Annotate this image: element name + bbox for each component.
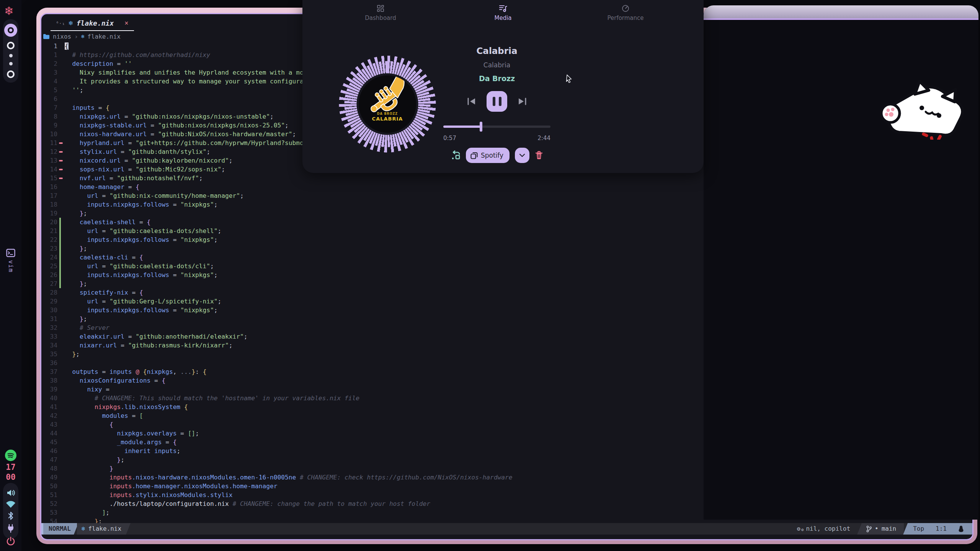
spotify-tray-icon[interactable] <box>5 450 16 461</box>
bongo-cat <box>877 77 967 140</box>
background-window-titlebar <box>704 5 978 20</box>
player-controls: Calabria Calabria Da Brozz 0:57 2:44 <box>443 46 550 163</box>
git-branch-segment[interactable]: • main <box>857 523 904 535</box>
track-album: Calabria <box>443 61 550 69</box>
progress-fill <box>443 126 481 128</box>
statusbar-spacer <box>131 523 790 535</box>
vim-mode-badge: NORMAL <box>43 523 78 535</box>
lsp-status: ⚙⚙ nil, copilot <box>790 523 857 535</box>
wifi-icon[interactable] <box>6 500 16 508</box>
breadcrumb-file[interactable]: flake.nix <box>87 33 121 40</box>
lsp-servers: nil, copilot <box>806 523 850 535</box>
next-track-icon[interactable] <box>517 97 527 106</box>
penguin-icon <box>958 525 964 532</box>
dashboard-icon <box>377 5 384 12</box>
album-art: DA BROZZ CALABRIA <box>359 75 416 133</box>
tab-close-icon[interactable]: × <box>124 19 128 27</box>
total-time: 2:44 <box>537 135 550 142</box>
branch-dot: • <box>875 523 879 535</box>
status-bar: NORMAL ❄ flake.nix ⚙⚙ nil, copilot • mai… <box>41 523 972 535</box>
nixos-logo-icon[interactable]: ❄ <box>4 5 14 18</box>
cursor-position: 1:1 <box>936 523 947 535</box>
media-icon <box>499 5 507 12</box>
window-title-vertical: vim <box>7 260 14 273</box>
queue-icon[interactable] <box>451 150 461 160</box>
spotify-button-label: Spotify <box>481 152 503 159</box>
statusbar-accent <box>41 523 43 535</box>
breadcrumb: nixos › ❄ flake.nix <box>43 32 121 41</box>
terminal-icon <box>6 249 15 257</box>
workspace-pill[interactable] <box>3 19 18 83</box>
plug-icon[interactable] <box>7 524 15 533</box>
previous-track-icon[interactable] <box>467 97 477 106</box>
tab-media[interactable]: Media <box>442 5 564 21</box>
open-app-icon <box>470 152 478 159</box>
open-in-spotify-button[interactable]: Spotify <box>466 148 510 163</box>
clock-hours: 17 <box>0 462 21 472</box>
progress-handle[interactable] <box>480 122 482 132</box>
tab-flake-nix[interactable]: ⁶·₁ ❄ flake.nix × <box>51 16 134 31</box>
breadcrumb-separator: › <box>74 33 78 40</box>
chevron-down-icon <box>519 153 525 157</box>
panel-tabs: Dashboard Media Performance <box>302 5 704 21</box>
audio-visualizer: DA BROZZ CALABRIA <box>337 54 438 155</box>
album-art-artist: DA BROZZ <box>359 112 416 116</box>
nix-file-icon: ❄ <box>69 19 72 27</box>
breadcrumb-folder[interactable]: nixos <box>53 33 71 40</box>
nix-file-icon-status: ❄ <box>82 523 85 535</box>
git-branch-icon <box>866 526 872 532</box>
media-panel: Dashboard Media Performance <box>302 0 704 173</box>
trash-icon[interactable] <box>535 151 543 160</box>
clock-minutes: 00 <box>0 472 21 482</box>
track-artist: Da Brozz <box>443 74 550 83</box>
clock: 17 00 <box>0 462 21 482</box>
trumpet-icon <box>364 76 410 114</box>
tab-indicator: ⁶·₁ <box>56 20 65 26</box>
tab-filename: flake.nix <box>77 19 114 27</box>
gear-icon-small: ⚙ <box>801 524 804 536</box>
statusbar-file[interactable]: ❄ flake.nix <box>77 523 131 535</box>
folder-icon <box>43 34 50 39</box>
progress-bar[interactable] <box>443 122 550 132</box>
volume-icon[interactable] <box>6 489 15 497</box>
desktop: ❄ vim 17 00 ⁶·₁ ❄ flake.n <box>0 0 980 551</box>
tab-performance[interactable]: Performance <box>564 5 687 21</box>
nix-file-icon-small: ❄ <box>81 33 84 39</box>
elapsed-time: 0:57 <box>443 135 456 142</box>
system-bar: ❄ vim 17 00 <box>0 0 21 551</box>
position-segment: Top 1:1 <box>903 523 972 535</box>
power-button-icon[interactable] <box>7 536 15 546</box>
bluetooth-icon[interactable] <box>8 511 14 520</box>
mouse-cursor <box>566 74 575 86</box>
branch-name: main <box>882 523 897 535</box>
track-title: Calabria <box>443 46 550 56</box>
scroll-position: Top <box>913 523 924 535</box>
tray-pill <box>3 483 18 539</box>
album-art-title: CALABRIA <box>359 116 416 122</box>
tab-dashboard[interactable]: Dashboard <box>319 5 442 21</box>
focused-window-indicator: vim <box>0 249 21 273</box>
performance-icon <box>622 5 629 12</box>
player-source-dropdown[interactable] <box>515 148 529 163</box>
statusbar-filename: flake.nix <box>88 523 121 535</box>
pause-button[interactable] <box>487 91 507 112</box>
gear-icon: ⚙ <box>797 523 800 535</box>
